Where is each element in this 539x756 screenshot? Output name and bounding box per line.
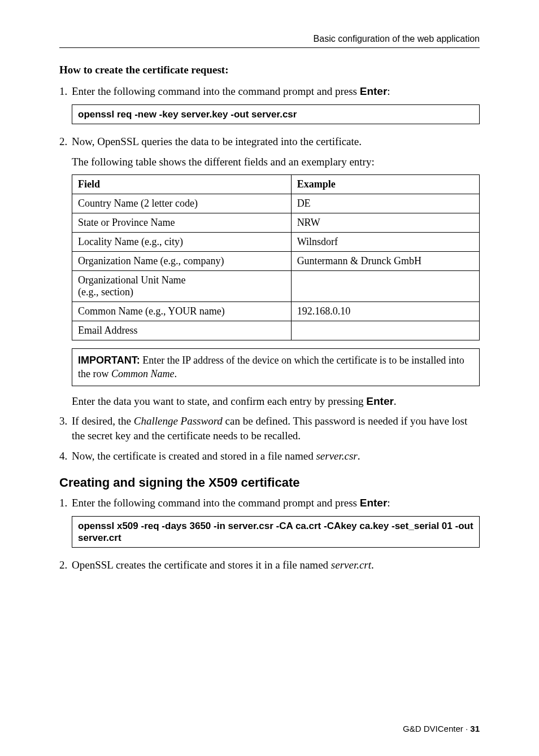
fields-table: Field Example Country Name (2 letter cod… [72, 174, 480, 340]
key-enter: Enter [360, 497, 388, 509]
running-header: Basic configuration of the web applicati… [59, 34, 480, 48]
table-row: Organizational Unit Name (e.g., section) [72, 271, 480, 302]
document-page: Basic configuration of the web applicati… [0, 0, 539, 756]
page-footer: G&D DVICenter · 31 [403, 724, 480, 733]
step-text: Now, the certificate is created and stor… [72, 450, 316, 462]
table-header-row: Field Example [72, 175, 480, 194]
step-text: OpenSSL creates the certificate and stor… [72, 559, 331, 571]
step-number: 2. [59, 558, 72, 573]
important-label: IMPORTANT: [78, 355, 140, 366]
cell-example: NRW [291, 213, 479, 233]
table-row: Locality Name (e.g., city) Wilnsdorf [72, 233, 480, 252]
text: Enter the data you want to state, and co… [72, 395, 366, 407]
table-row: Email Address [72, 321, 480, 340]
table-row: Common Name (e.g., YOUR name) 192.168.0.… [72, 302, 480, 321]
step-1: 1.Enter the following command into the c… [59, 84, 480, 99]
step-text: If desired, the [72, 415, 134, 427]
cell-field: Country Name (2 letter code) [72, 194, 292, 213]
important-italic: Common Name [111, 368, 175, 379]
key-enter: Enter [366, 395, 394, 407]
step-3: 3.If desired, the Challenge Password can… [59, 414, 480, 443]
x509-step-1: 1.Enter the following command into the c… [59, 496, 480, 510]
cell-example: DE [291, 194, 479, 213]
section-heading-create-request: How to create the certificate request: [59, 64, 480, 76]
code-block-openssl-x509: openssl x509 -req -days 3650 -in server.… [72, 516, 480, 548]
col-example: Example [291, 175, 479, 194]
table-row: Country Name (2 letter code) DE [72, 194, 480, 213]
step-suffix: . [371, 559, 374, 571]
step-text: Enter the following command into the com… [72, 497, 360, 509]
step-text-suffix: : [387, 85, 390, 97]
cell-example: Wilnsdorf [291, 233, 479, 252]
step-4: 4.Now, the certificate is created and st… [59, 449, 480, 464]
step-number: 3. [59, 414, 72, 429]
cell-field: Locality Name (e.g., city) [72, 233, 292, 252]
footer-product: G&D DVICenter · [403, 724, 470, 733]
text-suffix: . [394, 395, 397, 407]
italic-text: server.csr [316, 450, 357, 462]
step-2: 2.Now, OpenSSL queries the data to be in… [59, 134, 480, 149]
italic-text: server.crt [331, 559, 371, 571]
cell-example [291, 321, 479, 340]
step-number: 4. [59, 449, 72, 464]
cell-field: Email Address [72, 321, 292, 340]
x509-step-2: 2.OpenSSL creates the certificate and st… [59, 558, 480, 573]
cell-example: 192.168.0.10 [291, 302, 479, 321]
step-number: 1. [59, 496, 72, 510]
cell-field: State or Province Name [72, 213, 292, 233]
cell-field: Common Name (e.g., YOUR name) [72, 302, 292, 321]
section-heading-x509: Creating and signing the X509 certificat… [59, 475, 480, 490]
step-2b-text: The following table shows the different … [72, 155, 480, 169]
key-enter: Enter [360, 85, 388, 97]
table-row: Organization Name (e.g., company) Gunter… [72, 252, 480, 271]
step-suffix: . [358, 450, 360, 462]
step-text: Now, OpenSSL queries the data to be inte… [72, 136, 362, 147]
step-number: 1. [59, 84, 72, 99]
step-text: Enter the following command into the com… [72, 85, 360, 97]
step-number: 2. [59, 134, 72, 149]
cell-example: Guntermann & Drunck GmbH [291, 252, 479, 271]
cell-field: Organization Name (e.g., company) [72, 252, 292, 271]
code-block-openssl-req: openssl req -new -key server.key -out se… [72, 104, 480, 124]
important-callout: IMPORTANT: Enter the IP address of the d… [72, 348, 480, 386]
col-field: Field [72, 175, 292, 194]
post-important-text: Enter the data you want to state, and co… [72, 394, 480, 409]
step-suffix: : [387, 497, 390, 509]
cell-example [291, 271, 479, 302]
table-row: State or Province Name NRW [72, 213, 480, 233]
italic-text: Challenge Password [134, 415, 223, 427]
footer-page-number: 31 [470, 724, 480, 733]
important-suffix: . [174, 368, 177, 379]
cell-field: Organizational Unit Name (e.g., section) [72, 271, 292, 302]
